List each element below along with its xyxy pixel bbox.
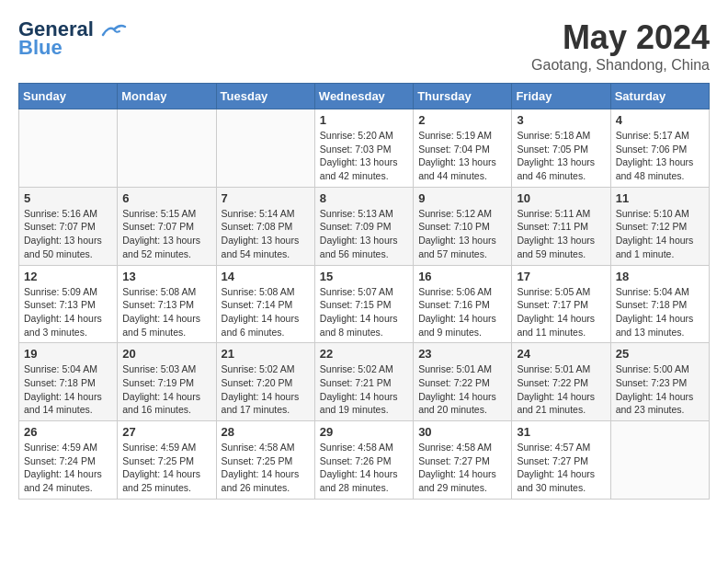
calendar-cell: 7Sunrise: 5:14 AM Sunset: 7:08 PM Daylig… [216,187,314,265]
calendar-cell: 17Sunrise: 5:05 AM Sunset: 7:17 PM Dayli… [512,265,610,343]
day-number: 14 [222,270,310,283]
day-number: 17 [517,270,605,283]
day-number: 19 [24,347,112,361]
day-info: Sunrise: 5:10 AM Sunset: 7:12 PM Dayligh… [616,207,704,261]
day-number: 15 [320,270,408,283]
calendar-cell: 11Sunrise: 5:10 AM Sunset: 7:12 PM Dayli… [610,187,709,265]
page-header: General Blue May 2024 Gaotang, Shandong,… [18,18,710,74]
day-info: Sunrise: 5:19 AM Sunset: 7:04 PM Dayligh… [418,129,506,183]
title-area: May 2024 Gaotang, Shandong, China [531,18,710,74]
calendar-cell [19,109,118,188]
day-info: Sunrise: 4:58 AM Sunset: 7:25 PM Dayligh… [222,441,310,495]
day-info: Sunrise: 4:59 AM Sunset: 7:24 PM Dayligh… [24,441,112,495]
day-info: Sunrise: 5:08 AM Sunset: 7:13 PM Dayligh… [122,285,210,339]
day-info: Sunrise: 5:18 AM Sunset: 7:05 PM Dayligh… [517,129,605,183]
day-info: Sunrise: 5:07 AM Sunset: 7:15 PM Dayligh… [320,285,408,339]
calendar-cell: 16Sunrise: 5:06 AM Sunset: 7:16 PM Dayli… [414,265,512,343]
calendar-cell: 27Sunrise: 4:59 AM Sunset: 7:25 PM Dayli… [118,421,216,500]
day-number: 2 [418,113,506,127]
day-number: 20 [122,347,210,361]
calendar-week-4: 19Sunrise: 5:04 AM Sunset: 7:18 PM Dayli… [19,343,710,421]
day-number: 22 [320,347,408,361]
calendar-cell: 8Sunrise: 5:13 AM Sunset: 7:09 PM Daylig… [314,187,413,265]
calendar-week-5: 26Sunrise: 4:59 AM Sunset: 7:24 PM Dayli… [19,421,710,500]
weekday-header-thursday: Thursday [414,84,512,109]
calendar-cell: 28Sunrise: 4:58 AM Sunset: 7:25 PM Dayli… [216,421,314,500]
weekday-header-saturday: Saturday [610,84,709,109]
day-info: Sunrise: 5:02 AM Sunset: 7:20 PM Dayligh… [222,362,310,417]
location-subtitle: Gaotang, Shandong, China [531,57,710,74]
day-number: 7 [222,191,310,205]
day-number: 24 [517,347,605,361]
day-number: 31 [517,425,605,439]
day-info: Sunrise: 5:12 AM Sunset: 7:10 PM Dayligh… [418,207,506,261]
calendar-cell [216,109,314,188]
day-info: Sunrise: 5:04 AM Sunset: 7:18 PM Dayligh… [616,285,704,339]
day-number: 8 [320,191,408,205]
calendar-cell: 30Sunrise: 4:58 AM Sunset: 7:27 PM Dayli… [414,421,512,500]
logo-bird-icon [101,22,127,39]
calendar-cell: 31Sunrise: 4:57 AM Sunset: 7:27 PM Dayli… [512,421,610,500]
calendar-cell: 29Sunrise: 4:58 AM Sunset: 7:26 PM Dayli… [314,421,413,500]
day-info: Sunrise: 5:08 AM Sunset: 7:14 PM Dayligh… [222,285,310,339]
day-number: 25 [616,347,704,361]
calendar-cell: 5Sunrise: 5:16 AM Sunset: 7:07 PM Daylig… [19,187,118,265]
logo: General Blue [18,18,127,59]
calendar-cell: 18Sunrise: 5:04 AM Sunset: 7:18 PM Dayli… [610,265,709,343]
day-info: Sunrise: 5:15 AM Sunset: 7:07 PM Dayligh… [122,207,210,261]
day-number: 6 [122,191,210,205]
calendar-cell: 9Sunrise: 5:12 AM Sunset: 7:10 PM Daylig… [414,187,512,265]
calendar-cell: 2Sunrise: 5:19 AM Sunset: 7:04 PM Daylig… [414,109,512,188]
weekday-header-row: SundayMondayTuesdayWednesdayThursdayFrid… [19,84,710,109]
day-number: 5 [24,191,112,205]
weekday-header-friday: Friday [512,84,610,109]
weekday-header-wednesday: Wednesday [314,84,413,109]
calendar-cell: 14Sunrise: 5:08 AM Sunset: 7:14 PM Dayli… [216,265,314,343]
day-info: Sunrise: 5:02 AM Sunset: 7:21 PM Dayligh… [320,362,408,417]
weekday-header-sunday: Sunday [19,84,118,109]
calendar-week-3: 12Sunrise: 5:09 AM Sunset: 7:13 PM Dayli… [19,265,710,343]
day-number: 10 [517,191,605,205]
day-number: 13 [122,270,210,283]
calendar-cell: 12Sunrise: 5:09 AM Sunset: 7:13 PM Dayli… [19,265,118,343]
calendar-week-1: 1Sunrise: 5:20 AM Sunset: 7:03 PM Daylig… [19,109,710,188]
day-info: Sunrise: 5:05 AM Sunset: 7:17 PM Dayligh… [517,285,605,339]
calendar-cell: 19Sunrise: 5:04 AM Sunset: 7:18 PM Dayli… [19,343,118,421]
day-number: 26 [24,425,112,439]
calendar-cell: 13Sunrise: 5:08 AM Sunset: 7:13 PM Dayli… [118,265,216,343]
calendar-cell [610,421,709,500]
day-number: 21 [222,347,310,361]
day-info: Sunrise: 4:59 AM Sunset: 7:25 PM Dayligh… [122,441,210,495]
day-info: Sunrise: 5:11 AM Sunset: 7:11 PM Dayligh… [517,207,605,261]
day-number: 23 [418,347,506,361]
day-info: Sunrise: 5:14 AM Sunset: 7:08 PM Dayligh… [222,207,310,261]
day-info: Sunrise: 5:00 AM Sunset: 7:23 PM Dayligh… [616,362,704,417]
day-number: 16 [418,270,506,283]
calendar-cell: 15Sunrise: 5:07 AM Sunset: 7:15 PM Dayli… [314,265,413,343]
calendar-cell: 26Sunrise: 4:59 AM Sunset: 7:24 PM Dayli… [19,421,118,500]
month-year-title: May 2024 [531,18,710,57]
day-info: Sunrise: 5:03 AM Sunset: 7:19 PM Dayligh… [122,362,210,417]
calendar-cell: 24Sunrise: 5:01 AM Sunset: 7:22 PM Dayli… [512,343,610,421]
weekday-header-tuesday: Tuesday [216,84,314,109]
day-number: 18 [616,270,704,283]
calendar-cell: 23Sunrise: 5:01 AM Sunset: 7:22 PM Dayli… [414,343,512,421]
weekday-header-monday: Monday [118,84,216,109]
calendar-cell: 21Sunrise: 5:02 AM Sunset: 7:20 PM Dayli… [216,343,314,421]
calendar-cell [118,109,216,188]
day-info: Sunrise: 5:01 AM Sunset: 7:22 PM Dayligh… [418,362,506,417]
day-number: 4 [616,113,704,127]
calendar-cell: 3Sunrise: 5:18 AM Sunset: 7:05 PM Daylig… [512,109,610,188]
day-info: Sunrise: 4:58 AM Sunset: 7:26 PM Dayligh… [320,441,408,495]
calendar-week-2: 5Sunrise: 5:16 AM Sunset: 7:07 PM Daylig… [19,187,710,265]
calendar-cell: 1Sunrise: 5:20 AM Sunset: 7:03 PM Daylig… [314,109,413,188]
day-number: 30 [418,425,506,439]
day-number: 11 [616,191,704,205]
day-number: 12 [24,270,112,283]
day-info: Sunrise: 5:13 AM Sunset: 7:09 PM Dayligh… [320,207,408,261]
calendar-cell: 10Sunrise: 5:11 AM Sunset: 7:11 PM Dayli… [512,187,610,265]
day-number: 28 [222,425,310,439]
day-info: Sunrise: 5:17 AM Sunset: 7:06 PM Dayligh… [616,129,704,183]
logo-text: General Blue [18,18,127,59]
day-info: Sunrise: 5:01 AM Sunset: 7:22 PM Dayligh… [517,362,605,417]
